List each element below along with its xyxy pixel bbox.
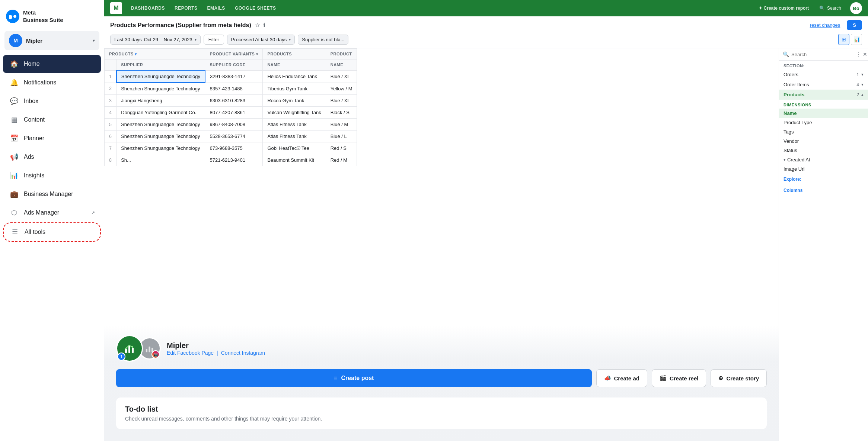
date-range-value: Oct 29 – Nov 27, 2023 <box>144 37 192 42</box>
edit-facebook-link[interactable]: Edit Facebook Page <box>167 350 214 356</box>
create-story-button[interactable]: ⊕ Create story <box>711 369 767 387</box>
variant-cell: Red / M <box>326 154 357 166</box>
nav-item-planner[interactable]: 📅 Planner <box>3 129 101 147</box>
rp-products-item[interactable]: Products 2 ▴ <box>779 90 868 100</box>
date-range-label: Last 30 days <box>114 37 142 42</box>
nav-item-insights[interactable]: 📊 Insights <box>3 167 101 184</box>
nav-label-notifications: Notifications <box>24 79 95 86</box>
todo-section: To-do list Check unread messages, commen… <box>116 397 767 429</box>
avatar: M <box>9 34 22 47</box>
home-icon: 🏠 <box>9 59 19 69</box>
create-post-button[interactable]: ≡ Create post <box>116 369 592 387</box>
nav-item-ads-manager[interactable]: ⬡ Ads Manager ↗ <box>3 204 101 222</box>
post-icon: ≡ <box>334 375 337 382</box>
topbar-reports[interactable]: REPORTS <box>170 3 202 13</box>
more-options-btn[interactable]: ⋮ <box>856 51 861 57</box>
rp-order-items-label: Order Items <box>784 82 854 87</box>
create-ad-button[interactable]: 📣 Create ad <box>596 369 647 387</box>
rp-dim-created-at[interactable]: ▾ Created At <box>779 155 868 164</box>
table-row: 6 Shenzhen Shunguangde Technology 5528-3… <box>105 131 357 142</box>
chat-icon: 💬 <box>9 96 19 106</box>
name-cell: Atlas Fitness Tank <box>263 119 326 131</box>
create-custom-report-btn[interactable]: ✦ Create custom report <box>754 3 813 13</box>
rp-dim-product-type-label: Product Type <box>784 120 864 125</box>
reset-changes-btn[interactable]: reset changes <box>810 22 840 28</box>
col-header-name2[interactable]: Name <box>326 59 357 71</box>
account-name: Mipler <box>26 38 89 44</box>
col-header-supplier[interactable]: Supplier <box>117 59 205 71</box>
star-icon[interactable]: ☆ <box>255 22 260 29</box>
profile-avatars: f 📷 <box>116 335 161 362</box>
rp-dim-vendor[interactable]: Vendor <box>779 136 868 146</box>
rp-products-label: Products <box>784 92 854 97</box>
right-panel: 🔍 ⋮ ✕ Section: Orders 1 ▾ Order Items 4 <box>779 48 868 441</box>
name-cell: Tiberius Gym Tank <box>263 83 326 95</box>
topbar-google-sheets[interactable]: GOOGLE SHEETS <box>230 3 281 13</box>
meta-logo-icon <box>6 10 19 23</box>
supplier-filter[interactable]: Supplier is not bla... <box>298 35 348 45</box>
col-group-product3: PRODUCT <box>326 49 357 59</box>
rp-dim-status[interactable]: Status <box>779 146 868 155</box>
rp-dim-product-type[interactable]: Product Type <box>779 118 868 127</box>
rp-orders-item[interactable]: Orders 1 ▾ <box>779 70 868 80</box>
topbar-navigation: DASHBOARDS REPORTS EMAILS GOOGLE SHEETS <box>127 3 753 13</box>
col-header-name[interactable]: Name <box>263 59 326 71</box>
table-view-btn[interactable]: ⊞ <box>838 34 849 45</box>
supplier-filter-label: Supplier is not bla... <box>302 37 344 42</box>
processed-at-filter[interactable]: Processed At last 30 days ▾ <box>227 35 295 45</box>
nav-item-content[interactable]: ▦ Content <box>3 111 101 129</box>
code-cell: 3291-8383-1417 <box>205 70 263 83</box>
external-link-icon: ↗ <box>91 210 95 215</box>
code-cell: 6303-6310-8283 <box>205 95 263 107</box>
nav-item-business-manager[interactable]: 💼 Business Manager <box>3 185 101 203</box>
create-reel-button[interactable]: 🎬 Create reel <box>652 369 706 387</box>
topbar-dashboards[interactable]: DASHBOARDS <box>127 3 169 13</box>
variant-cell: Blue / M <box>326 119 357 131</box>
topbar-search-btn[interactable]: 🔍 Search <box>815 3 846 13</box>
close-panel-btn[interactable]: ✕ <box>863 51 867 57</box>
rp-order-items-item[interactable]: Order Items 4 ▾ <box>779 80 868 90</box>
row-num: 8 <box>105 154 117 166</box>
nav-item-inbox[interactable]: 💬 Inbox <box>3 92 101 110</box>
story-icon: ⊕ <box>718 375 723 382</box>
right-panel-search: 🔍 ⋮ ✕ <box>779 48 868 61</box>
rp-dim-tags[interactable]: Tags <box>779 127 868 136</box>
variant-cell: Black / S <box>326 107 357 119</box>
supplier-cell: Shenzhen Shunguangde Technology <box>117 83 205 95</box>
table-row: 5 Shenzhen Shunguangde Technology 9867-8… <box>105 119 357 131</box>
account-switcher[interactable]: M Mipler ▾ <box>4 31 99 50</box>
svg-point-5 <box>125 348 127 349</box>
nav-item-ads[interactable]: 📢 Ads <box>3 148 101 166</box>
search-input[interactable] <box>791 52 854 57</box>
date-range-picker[interactable]: Last 30 days Oct 29 – Nov 27, 2023 ▾ <box>110 35 201 45</box>
rp-dim-created-at-label: Created At <box>787 157 864 162</box>
info-icon[interactable]: ℹ <box>263 22 265 29</box>
chart-view-btn[interactable]: 📊 <box>851 34 862 45</box>
connect-instagram-link[interactable]: Connect Instagram <box>221 350 265 356</box>
nav-item-notifications[interactable]: 🔔 Notifications <box>3 74 101 91</box>
col-header-supplier-code[interactable]: Supplier Code <box>205 59 263 71</box>
nav-label-ads: Ads <box>24 154 95 160</box>
app-name-text: Meta Business Suite <box>23 9 63 23</box>
save-button[interactable]: S <box>847 20 862 30</box>
report-title: Products Performance (Supplier from meta… <box>110 22 251 29</box>
supplier-cell: Dongguan Yufengling Garment Co. <box>117 107 205 119</box>
supplier-cell[interactable]: Shenzhen Shunguangde Technology <box>117 70 205 83</box>
topbar-user-avatar[interactable]: Bo <box>850 2 862 14</box>
supplier-cell: Shenzhen Shunguangde Technology <box>117 119 205 131</box>
calendar-icon: 📅 <box>9 133 19 144</box>
filter-button[interactable]: Filter <box>204 35 224 45</box>
code-cell: 8077-4207-8861 <box>205 107 263 119</box>
sidebar: Meta Business Suite M Mipler ▾ 🏠 Home 🔔 … <box>0 0 104 441</box>
svg-rect-2 <box>125 349 127 353</box>
ad-icon: 📣 <box>604 375 611 382</box>
rp-products-count: 2 <box>856 92 859 97</box>
rp-dim-name[interactable]: Name <box>779 109 868 118</box>
nav-item-home[interactable]: 🏠 Home <box>3 55 101 73</box>
mipler-logo: M <box>110 2 122 14</box>
nav-item-all-tools[interactable]: ☰ All tools <box>3 222 101 242</box>
rp-dim-image-url[interactable]: Image Url <box>779 164 868 174</box>
report-title-actions: ☆ ℹ <box>255 22 265 29</box>
topbar-emails[interactable]: EMAILS <box>203 3 230 13</box>
supplier-cell: Shenzhen Shunguangde Technology <box>117 142 205 154</box>
